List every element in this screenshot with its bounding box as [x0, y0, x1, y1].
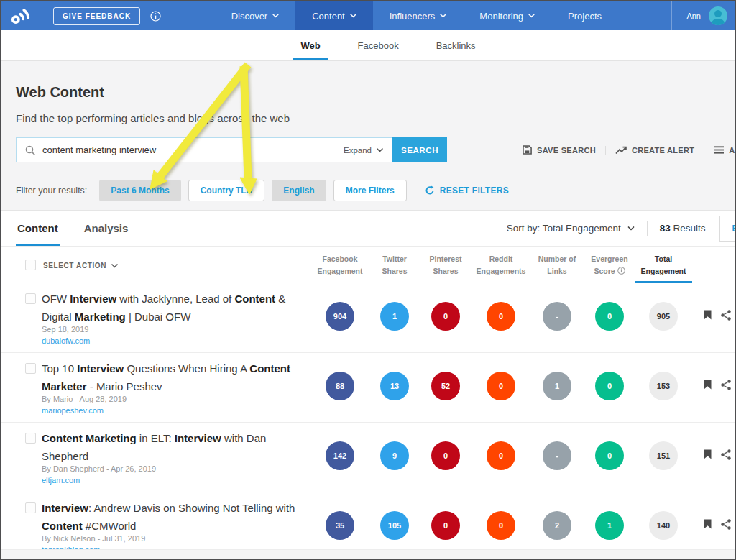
share-icon — [721, 310, 731, 321]
row-checkbox[interactable] — [25, 502, 36, 513]
table-row: OFW Interview with Jacklynne, Lead of Co… — [1, 283, 735, 353]
result-meta: Sep 18, 2019 — [42, 325, 88, 334]
search-actions: SAVE SEARCHCREATE ALERTALL SAVED SEA — [513, 137, 736, 162]
info-icon[interactable] — [150, 11, 161, 22]
result-title-link[interactable]: Top 10 Interview Questions When Hiring A… — [42, 359, 315, 395]
tab-backlinks[interactable]: Backlinks — [434, 30, 478, 60]
metric-evergreen-score: 0 — [595, 441, 624, 470]
nav-item-label: Projects — [568, 11, 602, 22]
keyword-highlight: Interview — [42, 502, 88, 514]
tab-label: Backlinks — [436, 40, 476, 51]
content-type-tabs: WebFacebookBacklinks — [1, 30, 735, 61]
result-title-link[interactable]: OFW Interview with Jacklynne, Lead of Co… — [42, 290, 315, 326]
chevron-down-icon — [528, 14, 535, 18]
result-title-link[interactable]: Interview: Andrew Davis on Showing Not T… — [42, 499, 315, 535]
buzzsumo-logo-icon[interactable] — [9, 1, 30, 30]
user-avatar[interactable] — [709, 6, 727, 25]
action-label: SAVE SEARCH — [537, 146, 596, 155]
select-action-dropdown[interactable]: SELECT ACTION — [43, 262, 118, 270]
title-text: OFW — [42, 293, 70, 305]
title-text: | Dubai OFW — [126, 311, 191, 323]
filter-chip-more-filters[interactable]: More Filters — [334, 180, 407, 201]
reset-filters-button[interactable]: RESET FILTERS — [425, 185, 509, 196]
bookmark-button[interactable] — [704, 449, 712, 459]
tab-facebook[interactable]: Facebook — [356, 30, 401, 60]
nav-item-monitoring[interactable]: Monitoring — [463, 1, 551, 30]
metric-twitter-shares: 105 — [380, 511, 409, 540]
expand-dropdown[interactable]: Expand — [344, 146, 383, 155]
metric-reddit-engagements: 0 — [487, 372, 515, 400]
filter-chip-english[interactable]: English — [272, 180, 326, 201]
select-all-checkbox[interactable] — [25, 260, 36, 270]
row-checkbox[interactable] — [25, 293, 36, 304]
keyword-highlight: Interview — [175, 432, 221, 444]
share-icon — [721, 519, 731, 530]
user-block: Ann — [671, 1, 735, 30]
export-button[interactable]: EXPOR — [719, 216, 736, 242]
result-title-link[interactable]: Content Marketing in ELT: Interview with… — [42, 429, 315, 465]
keyword-highlight: Content Marketing — [42, 432, 137, 444]
nav-item-label: Content — [312, 11, 345, 22]
user-name: Ann — [686, 12, 701, 20]
search-query-text: content marketing interview — [42, 144, 156, 155]
metric-reddit-engagements: 0 — [487, 511, 515, 540]
share-button[interactable] — [721, 310, 731, 321]
sort-by-dropdown[interactable]: Sort by: Total Engagement — [507, 223, 635, 234]
tab-web[interactable]: Web — [298, 30, 322, 60]
table-row: Content Marketing in ELT: Interview with… — [1, 423, 735, 492]
results-tab-label: Analysis — [84, 222, 129, 234]
result-domain-link[interactable]: toprankblog.com — [42, 546, 100, 550]
all-saved-sea-button[interactable]: ALL SAVED SEA — [704, 146, 736, 155]
nav-item-influencers[interactable]: Influencers — [373, 1, 464, 30]
result-domain-link[interactable]: mariopeshev.com — [42, 406, 104, 415]
results-list: OFW Interview with Jacklynne, Lead of Co… — [1, 283, 735, 550]
title-text: Top 10 — [42, 362, 77, 375]
metric-number-of-links: - — [543, 441, 571, 470]
result-meta: By Dan Shepherd - Apr 26, 2019 — [42, 464, 156, 473]
share-button[interactable] — [721, 519, 731, 530]
column-label: Score — [594, 267, 615, 275]
column-label: Facebook — [322, 254, 357, 263]
metric-reddit-engagements: 0 — [487, 441, 515, 470]
tab-label: Web — [300, 40, 320, 51]
chevron-down-icon — [350, 14, 356, 18]
results-card: ContentAnalysis Sort by: Total Engagemen… — [1, 210, 735, 550]
nav-item-discover[interactable]: Discover — [215, 1, 296, 30]
column-label: Pinterest — [430, 254, 462, 263]
nav-item-projects[interactable]: Projects — [551, 1, 618, 30]
metric-pinterest-shares: 0 — [431, 302, 460, 331]
nav-item-label: Discover — [231, 11, 268, 22]
bookmark-button[interactable] — [704, 519, 712, 529]
row-checkbox[interactable] — [25, 363, 36, 374]
nav-item-content[interactable]: Content — [295, 1, 373, 30]
table-header: SELECT ACTION FacebookEngagementTwitterS… — [1, 246, 735, 283]
row-checkbox[interactable] — [25, 433, 36, 444]
search-icon — [25, 145, 35, 155]
title-text: #CMWorld — [83, 520, 137, 532]
bookmark-icon — [704, 380, 712, 390]
results-count: 83 Results — [660, 223, 706, 234]
bookmark-button[interactable] — [704, 380, 712, 390]
page-subtitle: Find the top performing articles and blo… — [16, 112, 720, 124]
share-button[interactable] — [721, 449, 731, 460]
filter-chip-country-tld[interactable]: Country TLD — [188, 180, 265, 201]
result-domain-link[interactable]: dubaiofw.com — [42, 336, 90, 345]
action-label: ALL SAVED SEA — [729, 146, 736, 155]
results-toolbar: ContentAnalysis Sort by: Total Engagemen… — [1, 211, 735, 246]
metric-number-of-links: 1 — [543, 372, 571, 400]
search-input[interactable]: content marketing interview Expand — [16, 137, 392, 162]
bookmark-button[interactable] — [704, 310, 712, 320]
results-tab-content[interactable]: Content — [17, 211, 58, 246]
title-text: in ELT: — [137, 432, 175, 444]
share-button[interactable] — [721, 380, 731, 390]
column-label: Evergreen — [591, 254, 627, 263]
result-domain-link[interactable]: eltjam.com — [42, 476, 80, 485]
search-button[interactable]: SEARCH — [392, 137, 447, 162]
save-search-button[interactable]: SAVE SEARCH — [513, 145, 605, 155]
give-feedback-button[interactable]: GIVE FEEDBACK — [53, 7, 140, 25]
create-alert-button[interactable]: CREATE ALERT — [605, 146, 704, 155]
results-tab-analysis[interactable]: Analysis — [84, 211, 129, 246]
filter-chip-past-6-months[interactable]: Past 6 Months — [99, 180, 180, 201]
metric-number-of-links: - — [543, 302, 571, 331]
metric-total-engagement: 151 — [649, 441, 678, 470]
